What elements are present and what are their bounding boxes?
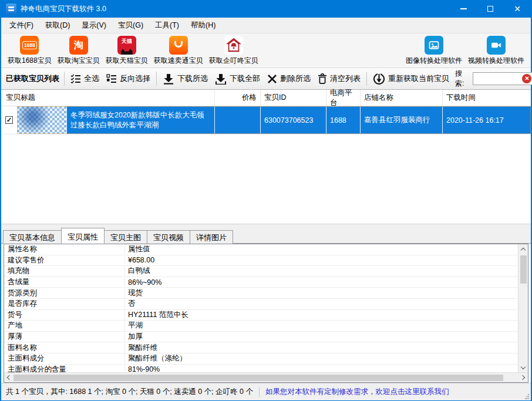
tmall-icon: 天猫 bbox=[117, 36, 136, 55]
download-all-button[interactable]: 下载全部 bbox=[214, 72, 261, 86]
attribute-row: 主面料成分 聚酯纤维（涤纶） bbox=[4, 353, 518, 365]
delete-x-icon bbox=[267, 74, 277, 84]
separator bbox=[156, 72, 157, 86]
titlebar: 神奇电商宝贝下载软件 3.0 ✕ bbox=[1, 0, 531, 18]
qidingdong-icon bbox=[224, 36, 243, 55]
attribute-row: 主面料成分的含量 81%-90% bbox=[4, 365, 518, 372]
attribute-row: 产地 平湖 bbox=[4, 321, 518, 332]
statusbar: 共 1 个宝贝，其中: 1688 1 个; 淘宝 0 个; 天猫 0 个; 速卖… bbox=[1, 383, 531, 400]
attribute-row: 含绒量 86%~90% bbox=[4, 277, 518, 288]
menubar: 文件(F) 获取(D) 显示(V) 宝贝(G) 工具(T) 帮助(H) bbox=[1, 18, 531, 33]
product-list: 宝贝标题 价格 宝贝ID 电商平台 店铺名称 下载时间 ✓ 冬季羽绒服女2020… bbox=[1, 90, 531, 224]
column-price[interactable]: 价格 bbox=[214, 90, 260, 106]
column-title[interactable]: 宝贝标题 bbox=[1, 90, 214, 106]
product-thumbnail bbox=[17, 106, 66, 134]
tab-detail-images[interactable]: 详情图片 bbox=[190, 230, 233, 244]
scroll-down-arrow[interactable] bbox=[518, 363, 528, 372]
resize-grip[interactable] bbox=[524, 393, 530, 399]
attribute-row: 建议零售价 ¥658.00 bbox=[4, 255, 518, 267]
get-taobao-button[interactable]: 淘 获取淘宝宝贝 bbox=[55, 35, 103, 66]
column-shop[interactable]: 店铺名称 bbox=[360, 90, 442, 106]
horizontal-scrollbar[interactable] bbox=[4, 372, 528, 382]
delete-selected-button[interactable]: 删除所选 bbox=[266, 72, 312, 86]
column-id[interactable]: 宝贝ID bbox=[260, 90, 326, 106]
get-qidingdong-button[interactable]: 获取企叮咚宝贝 bbox=[206, 35, 261, 66]
tab-video[interactable]: 宝贝视频 bbox=[147, 230, 190, 244]
select-all-button[interactable]: 全选 bbox=[69, 72, 100, 86]
row-checkbox[interactable]: ✓ bbox=[5, 116, 13, 124]
separator bbox=[366, 72, 367, 86]
attribute-grid: 属性名称 属性值 建议零售价 ¥658.00 填充物 白鸭绒 含绒量 86%~9… bbox=[4, 244, 518, 372]
grid-header-row: 属性名称 属性值 bbox=[4, 244, 518, 255]
menu-help[interactable]: 帮助(H) bbox=[185, 18, 221, 33]
table-row[interactable]: ✓ 冬季羽绒服女2020新款韩版中长款大毛领过膝长款白鸭绒外套平湖潮 63007… bbox=[1, 106, 531, 134]
close-button[interactable]: ✕ bbox=[504, 0, 531, 18]
video-tool-icon bbox=[487, 36, 506, 55]
maximize-button[interactable] bbox=[477, 0, 504, 18]
list-title: 已获取宝贝列表 bbox=[6, 73, 59, 84]
status-summary: 共 1 个宝贝，其中: 1688 1 个; 淘宝 0 个; 天猫 0 个; 速卖… bbox=[6, 387, 253, 397]
video-converter-button[interactable]: 视频转换处理软件 bbox=[465, 35, 527, 66]
window-title: 神奇电商宝贝下载软件 3.0 bbox=[21, 4, 106, 14]
get-tmall-button[interactable]: 天猫 获取天猫宝贝 bbox=[103, 35, 151, 66]
attribute-row: 是否库存 否 bbox=[4, 299, 518, 310]
invert-selection-button[interactable]: 反向选择 bbox=[105, 72, 151, 86]
row-checkbox-cell: ✓ bbox=[1, 106, 17, 134]
invert-list-icon bbox=[106, 74, 117, 84]
get-1688-button[interactable]: 1688 获取1688宝贝 bbox=[5, 35, 55, 66]
menu-view[interactable]: 显示(V) bbox=[76, 18, 112, 33]
1688-icon: 1688 bbox=[20, 36, 39, 55]
menu-get[interactable]: 获取(D) bbox=[39, 18, 76, 33]
cell-platform: 1688 bbox=[326, 106, 360, 134]
attribute-row: 货号 HY21111 范范中长 bbox=[4, 310, 518, 321]
minimize-button[interactable] bbox=[450, 0, 477, 18]
search-label: 搜索: bbox=[455, 69, 470, 89]
cell-price bbox=[214, 106, 260, 134]
list-header: 宝贝标题 价格 宝贝ID 电商平台 店铺名称 下载时间 bbox=[1, 90, 531, 106]
menu-file[interactable]: 文件(F) bbox=[4, 18, 39, 33]
tab-basic-info[interactable]: 宝贝基本信息 bbox=[3, 230, 62, 244]
clear-list-button[interactable]: 清空列表 bbox=[316, 72, 362, 86]
menu-item[interactable]: 宝贝(G) bbox=[112, 18, 149, 33]
image-tool-icon bbox=[425, 36, 443, 55]
refresh-icon bbox=[373, 73, 385, 85]
tab-attributes[interactable]: 宝贝属性 bbox=[61, 228, 105, 244]
scroll-left-arrow[interactable] bbox=[4, 373, 14, 382]
app-window: 神奇电商宝贝下载软件 3.0 ✕ 文件(F) 获取(D) 显示(V) 宝贝(G)… bbox=[0, 0, 532, 401]
checklist-icon bbox=[70, 74, 81, 84]
download-selected-button[interactable]: 下载所选 bbox=[161, 72, 209, 86]
close-icon: ✕ bbox=[514, 5, 521, 13]
column-time[interactable]: 下载时间 bbox=[442, 90, 531, 106]
get-aliexpress-button[interactable]: 获取速卖通宝贝 bbox=[151, 35, 206, 66]
taobao-icon: 淘 bbox=[69, 36, 88, 55]
action-toolbar: 已获取宝贝列表 全选 反向选择 bbox=[1, 68, 531, 90]
trash-icon bbox=[318, 73, 327, 84]
separator bbox=[259, 387, 260, 397]
cell-shop: 嘉善县红羽服装商行 bbox=[360, 106, 442, 134]
attribute-panel: 属性名称 属性值 建议零售价 ¥658.00 填充物 白鸭绒 含绒量 86%~9… bbox=[4, 244, 528, 383]
contact-link[interactable]: 如果您对本软件有定制修改需求，欢迎点击这里联系我们 bbox=[265, 387, 449, 397]
cell-title: 冬季羽绒服女2020新款韩版中长款大毛领过膝长款白鸭绒外套平湖潮 bbox=[66, 106, 214, 134]
maximize-icon bbox=[487, 6, 493, 12]
vertical-scroll-thumb[interactable] bbox=[520, 255, 527, 284]
menu-tools[interactable]: 工具(T) bbox=[149, 18, 185, 33]
refetch-current-button[interactable]: 重新获取当前宝贝 bbox=[372, 71, 450, 87]
vertical-scrollbar[interactable] bbox=[518, 244, 528, 372]
tab-main-images[interactable]: 宝贝主图 bbox=[104, 230, 147, 244]
horizontal-scroll-thumb[interactable] bbox=[14, 375, 503, 381]
cell-time: 2020-11-26 16:17 bbox=[442, 106, 531, 134]
attribute-row: 面料名称 聚酯纤维 bbox=[4, 342, 518, 353]
app-icon bbox=[6, 4, 16, 14]
attribute-row: 厚薄 加厚 bbox=[4, 332, 518, 343]
column-platform[interactable]: 电商平台 bbox=[326, 90, 360, 106]
selected-row[interactable]: 冬季羽绒服女2020新款韩版中长款大毛领过膝长款白鸭绒外套平湖潮 6300737… bbox=[17, 106, 531, 134]
scroll-right-arrow[interactable] bbox=[518, 373, 528, 382]
detail-tabs: 宝贝基本信息 宝贝属性 宝贝主图 宝贝视频 详情图片 bbox=[1, 227, 531, 244]
image-converter-button[interactable]: 图像转换处理软件 bbox=[403, 35, 465, 66]
scroll-up-arrow[interactable] bbox=[518, 244, 528, 254]
separator bbox=[64, 72, 65, 86]
attribute-row: 填充物 白鸭绒 bbox=[4, 266, 518, 277]
list-body: ✓ 冬季羽绒服女2020新款韩版中长款大毛领过膝长款白鸭绒外套平湖潮 63007… bbox=[1, 106, 531, 224]
cell-id: 630073706523 bbox=[260, 106, 326, 134]
attribute-row: 货源类别 现货 bbox=[4, 288, 518, 299]
